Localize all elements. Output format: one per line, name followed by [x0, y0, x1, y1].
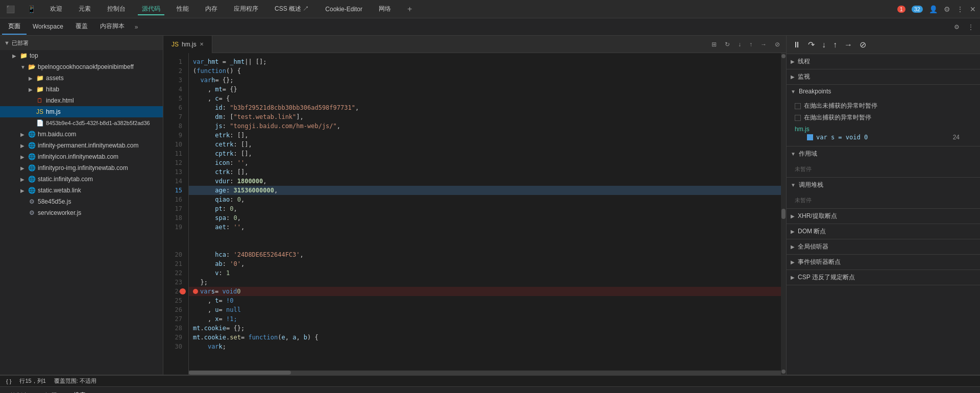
tree-item-infinityicon[interactable]: ▶ 🌐 infinityicon.infinitynewtab.com: [0, 151, 163, 162]
tree-item-infinitypro-img[interactable]: ▶ 🌐 infinitypro-img.infinitynewtab.com: [0, 162, 163, 174]
continue-icon[interactable]: →: [842, 38, 854, 52]
scrollbar-thumb[interactable]: [189, 371, 291, 375]
deactivate-breakpoints-right-icon[interactable]: ⊘: [857, 38, 868, 52]
section-global-header[interactable]: ▶ 全局侦听器: [787, 239, 980, 254]
tab-more-icon[interactable]: »: [131, 20, 142, 34]
section-xhr-arrow: ▶: [791, 213, 795, 219]
step-out-icon[interactable]: ↑: [831, 38, 839, 52]
section-xhr-header[interactable]: ▶ XHR/提取断点: [787, 209, 980, 224]
ln-13: 13: [163, 167, 182, 177]
pause-resume-icon[interactable]: ⏸: [791, 38, 803, 52]
tab-network[interactable]: 网络: [375, 3, 395, 15]
tab-settings-icon[interactable]: ⚙: [950, 20, 964, 34]
tab-css-overview[interactable]: CSS 概述 ↗: [271, 3, 313, 15]
step-over-icon[interactable]: ↷: [806, 38, 817, 52]
tree-item-hm-baidu[interactable]: ▶ 🌐 hm.baidu.com: [0, 129, 163, 140]
device-toggle-icon[interactable]: 📱: [25, 3, 38, 15]
editor-tab-hm-js[interactable]: JS hm.js ✕: [163, 36, 212, 53]
sidebar: ▼ 已部署 ▶ 📁 top ▼ 📂 bpelnogcookhocnaokfpoe…: [0, 36, 163, 375]
split-editor-icon[interactable]: ⊞: [709, 39, 719, 50]
checkbox-uncaught-exception[interactable]: 在抛出未捕获的异常时暂停: [787, 100, 980, 112]
bottom-close-panel-icon[interactable]: ✕: [965, 390, 974, 394]
ln-24-breakpoint[interactable]: 24: [163, 287, 182, 296]
tab-console[interactable]: 控制台: [103, 3, 130, 15]
vertical-scrollbar[interactable]: [781, 53, 786, 375]
settings-icon[interactable]: ⚙: [944, 5, 950, 13]
sidebar-header-label: 已部署: [12, 39, 29, 47]
bottom-tab-console[interactable]: 控制台: [6, 388, 33, 393]
tree-item-hitab[interactable]: ▶ 📁 hitab: [0, 84, 163, 95]
bottom-tab-issues[interactable]: 问题: [41, 388, 61, 393]
section-callstack-header[interactable]: ▼ 调用堆栈: [787, 178, 980, 192]
bp-entry-checkbox[interactable]: [807, 134, 813, 140]
tab-workspace[interactable]: Workspace: [27, 20, 69, 34]
top-toolbar: ⬛ 📱 欢迎 元素 控制台 源代码 性能 内存 应用程序 CSS 概述 ↗ Co…: [0, 0, 980, 18]
tab-sources[interactable]: 源代码: [138, 3, 164, 15]
section-breakpoints-header[interactable]: ▼ Breakpoints: [787, 85, 980, 98]
section-watch-header[interactable]: ▶ 监视: [787, 69, 980, 84]
screen-cast-icon[interactable]: ⬛: [4, 3, 17, 15]
section-dom: ▶ DOM 断点: [787, 224, 980, 239]
tree-item-hash-file[interactable]: ▶ 📄 8453b9e4-c3d5-432f-b8d1-a382b5f2ad36: [0, 117, 163, 129]
tree-item-assets[interactable]: ▶ 📁 assets: [0, 72, 163, 84]
bottom-tab-search[interactable]: 搜索: [69, 388, 90, 393]
section-threads-header[interactable]: ▶ 线程: [787, 54, 980, 69]
tab-performance[interactable]: 性能: [173, 3, 193, 15]
code-line-15: age: 31536000000,: [189, 186, 781, 195]
tree-item-58e[interactable]: ▶ ⚙ 58e45d5e.js: [0, 196, 163, 207]
tree-item-static-wetab[interactable]: ▶ 🌐 static.wetab.link: [0, 185, 163, 196]
ln-30: 30: [163, 342, 182, 351]
tab-content-scripts[interactable]: 内容脚本: [94, 19, 131, 35]
tab-cookie-editor[interactable]: Cookie-Editor: [321, 4, 366, 15]
tree-item-static-infinitytab[interactable]: ▶ 🌐 static.infinitytab.com: [0, 174, 163, 185]
kebab-menu-icon[interactable]: ⋮: [957, 5, 964, 13]
error-badge[interactable]: 1: [897, 6, 905, 13]
ln-4: 4: [163, 85, 182, 94]
code-container: 1 2 3 4 5 6 7 8 9 10 11 12 13 14 15 16 1…: [163, 53, 786, 375]
deactivate-breakpoints-icon[interactable]: ⊘: [773, 39, 782, 50]
section-scope-arrow: ▼: [791, 151, 796, 157]
breakpoint-popup-wrapper: 条件断点 ▼ ✕ ⓘ 了解详细信息: 断点类型: [189, 232, 781, 250]
step-into-icon[interactable]: ↓: [820, 38, 828, 52]
tree-item-index-html[interactable]: ▶ 🗒 index.html: [0, 95, 163, 106]
ln-17: 17: [163, 204, 182, 213]
close-devtools-icon[interactable]: ✕: [970, 5, 976, 13]
ln-2: 2: [163, 66, 182, 76]
tree-item-extension[interactable]: ▼ 📂 bpelnogcookhocnaokfpoeinibimbeff: [0, 61, 163, 72]
step-down-icon[interactable]: ↓: [736, 39, 743, 50]
tab-overrides[interactable]: 覆盖: [69, 19, 94, 35]
checkbox-caught-icon[interactable]: [795, 115, 801, 121]
tree-item-serviceworker[interactable]: ▶ ⚙ serviceworker.js: [0, 207, 163, 218]
add-tab-button[interactable]: +: [403, 3, 416, 16]
code-line-6: id: "b3bf29521d8cbb30bb306ad598f97731",: [189, 103, 781, 112]
checkbox-uncaught-icon[interactable]: [795, 103, 801, 109]
checkbox-caught-exception[interactable]: 在抛出捕获的异常时暂停: [787, 112, 980, 124]
tab-overflow-icon[interactable]: ⋮: [964, 20, 978, 34]
section-callstack-content: 未暂停: [787, 192, 980, 208]
user-icon[interactable]: 👤: [929, 5, 938, 13]
ln-14: 14: [163, 177, 182, 186]
code-line-3: var h = {};: [189, 76, 781, 85]
sidebar-collapse-icon[interactable]: ▼: [4, 40, 10, 46]
tree-item-hm-js[interactable]: ▶ JS hm.js: [0, 106, 163, 117]
ln-7: 7: [163, 112, 182, 121]
warning-badge[interactable]: 32: [912, 6, 923, 13]
tree-item-infinity-permanent[interactable]: ▶ 🌐 infinity-permanent.infinitynewtab.co…: [0, 140, 163, 151]
tab-page[interactable]: 页面: [2, 19, 27, 35]
tree-item-top[interactable]: ▶ 📁 top: [0, 50, 163, 61]
step-right-icon[interactable]: →: [758, 39, 769, 50]
tab-application[interactable]: 应用程序: [230, 3, 262, 15]
section-csp-header[interactable]: ▶ CSP 违反了规定断点: [787, 270, 980, 285]
tab-elements[interactable]: 元素: [75, 3, 95, 15]
section-scope-header[interactable]: ▼ 作用域: [787, 146, 980, 161]
bp-entry-1[interactable]: var s = void 0 24: [795, 133, 972, 142]
step-up-icon[interactable]: ↑: [747, 39, 754, 50]
horizontal-scrollbar[interactable]: [189, 371, 781, 375]
refresh-icon[interactable]: ↻: [723, 39, 732, 50]
code-area[interactable]: var _hmt = _hmt || []; (function() { var…: [189, 53, 781, 371]
section-dom-header[interactable]: ▶ DOM 断点: [787, 224, 980, 239]
tab-welcome[interactable]: 欢迎: [46, 3, 66, 15]
close-editor-tab-icon[interactable]: ✕: [200, 41, 204, 47]
section-event-header[interactable]: ▶ 事件侦听器断点: [787, 255, 980, 269]
tab-memory[interactable]: 内存: [201, 3, 222, 15]
